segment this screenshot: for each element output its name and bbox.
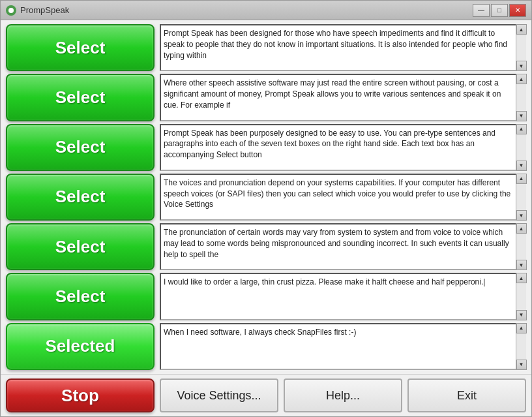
scroll-up-2[interactable]: ▲ xyxy=(516,74,527,84)
text-wrapper-6: ▲▼ xyxy=(160,273,526,320)
scroll-down-2[interactable]: ▼ xyxy=(516,111,527,121)
window-title: PrompSpeak xyxy=(20,5,69,15)
scroll-up-1[interactable]: ▲ xyxy=(516,24,527,35)
help-button[interactable]: Help... xyxy=(284,378,402,412)
stop-button[interactable]: Stop xyxy=(6,378,155,412)
text-wrapper-2: ▲▼ xyxy=(160,74,526,121)
scroll-up-7[interactable]: ▲ xyxy=(516,323,527,333)
select-button-3[interactable]: Select xyxy=(6,124,155,171)
scroll-up-6[interactable]: ▲ xyxy=(516,273,527,283)
select-button-7[interactable]: Selected xyxy=(6,323,155,370)
text-wrapper-4: ▲▼ xyxy=(160,174,526,221)
text-wrapper-1: ▲▼ xyxy=(160,24,526,71)
text-box-1[interactable] xyxy=(160,24,526,71)
scroll-down-3[interactable]: ▼ xyxy=(516,161,527,171)
text-wrapper-7: ▲▼ xyxy=(160,323,526,370)
text-wrapper-5: ▲▼ xyxy=(160,223,526,270)
text-box-6[interactable] xyxy=(160,273,526,320)
row-3: Select▲▼ xyxy=(6,124,526,171)
scroll-down-7[interactable]: ▼ xyxy=(516,360,527,370)
select-button-6[interactable]: Select xyxy=(6,273,155,320)
row-2: Select▲▼ xyxy=(6,74,526,121)
row-4: Select▲▼ xyxy=(6,174,526,221)
scroll-up-3[interactable]: ▲ xyxy=(516,124,527,134)
text-box-3[interactable] xyxy=(160,124,526,171)
scroll-down-1[interactable]: ▼ xyxy=(516,61,527,71)
row-7: Selected▲▼ xyxy=(6,323,526,370)
main-content: Select▲▼Select▲▼Select▲▼Select▲▼Select▲▼… xyxy=(1,20,531,374)
app-icon xyxy=(6,5,16,16)
scroll-up-4[interactable]: ▲ xyxy=(516,174,527,184)
row-1: Select▲▼ xyxy=(6,24,526,71)
voice-settings-button[interactable]: Voice Settings... xyxy=(160,378,278,412)
scroll-down-5[interactable]: ▼ xyxy=(516,260,527,270)
title-bar: PrompSpeak — □ ✕ xyxy=(1,1,531,20)
svg-point-0 xyxy=(8,8,14,13)
text-box-4[interactable] xyxy=(160,174,526,221)
row-6: Select▲▼ xyxy=(6,273,526,320)
scroll-down-4[interactable]: ▼ xyxy=(516,210,527,221)
text-box-5[interactable] xyxy=(160,223,526,270)
select-button-4[interactable]: Select xyxy=(6,174,155,221)
close-button[interactable]: ✕ xyxy=(509,4,526,17)
select-button-1[interactable]: Select xyxy=(6,24,155,71)
text-box-7[interactable] xyxy=(160,323,526,370)
text-box-2[interactable] xyxy=(160,74,526,121)
restore-button[interactable]: □ xyxy=(491,4,508,17)
footer: Stop Voice Settings... Help... Exit xyxy=(1,374,531,416)
minimize-button[interactable]: — xyxy=(473,4,490,17)
scroll-down-6[interactable]: ▼ xyxy=(516,310,527,320)
window-controls: — □ ✕ xyxy=(473,4,526,17)
select-button-2[interactable]: Select xyxy=(6,74,155,121)
text-wrapper-3: ▲▼ xyxy=(160,124,526,171)
row-5: Select▲▼ xyxy=(6,223,526,270)
select-button-5[interactable]: Select xyxy=(6,223,155,270)
scroll-up-5[interactable]: ▲ xyxy=(516,223,527,234)
exit-button[interactable]: Exit xyxy=(407,378,526,412)
main-window: PrompSpeak — □ ✕ Select▲▼Select▲▼Select▲… xyxy=(0,0,532,417)
